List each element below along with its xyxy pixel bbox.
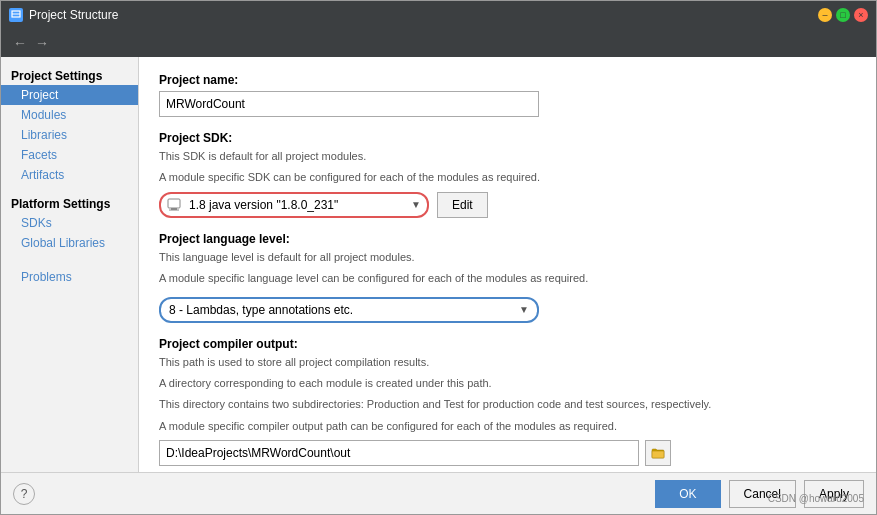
back-button[interactable]: ← xyxy=(9,33,31,53)
compiler-output-desc1: This path is used to store all project c… xyxy=(159,355,856,370)
bottom-bar: ? OK Cancel Apply CSDN @howard2005 xyxy=(1,472,876,514)
compiler-path-row xyxy=(159,440,856,466)
sdk-dropdown-wrapper: 1.8 java version "1.8.0_231" ▼ xyxy=(159,192,429,218)
app-icon xyxy=(9,8,23,22)
content-area: Project Settings Project Modules Librari… xyxy=(1,57,876,472)
project-language-level-section: Project language level: This language le… xyxy=(159,232,856,323)
sidebar-item-facets[interactable]: Facets xyxy=(1,145,138,165)
close-button[interactable]: × xyxy=(854,8,868,22)
project-language-level-label: Project language level: xyxy=(159,232,856,246)
edit-sdk-button[interactable]: Edit xyxy=(437,192,488,218)
compiler-output-desc4: A module specific compiler output path c… xyxy=(159,419,856,434)
sidebar-item-modules[interactable]: Modules xyxy=(1,105,138,125)
language-level-dropdown[interactable]: 8 - Lambdas, type annotations etc. xyxy=(159,297,539,323)
folder-icon xyxy=(651,447,665,459)
project-sdk-desc2: A module specific SDK can be configured … xyxy=(159,170,856,185)
sdk-dropdown[interactable]: 1.8 java version "1.8.0_231" xyxy=(159,192,429,218)
language-level-desc1: This language level is default for all p… xyxy=(159,250,856,265)
sidebar-item-libraries[interactable]: Libraries xyxy=(1,125,138,145)
project-sdk-section: Project SDK: This SDK is default for all… xyxy=(159,131,856,218)
watermark: CSDN @howard2005 xyxy=(768,493,864,504)
sidebar: Project Settings Project Modules Librari… xyxy=(1,57,139,472)
sidebar-item-artifacts[interactable]: Artifacts xyxy=(1,165,138,185)
compiler-output-desc2: A directory corresponding to each module… xyxy=(159,376,856,391)
sidebar-item-sdks[interactable]: SDKs xyxy=(1,213,138,233)
project-name-label: Project name: xyxy=(159,73,856,87)
project-sdk-desc1: This SDK is default for all project modu… xyxy=(159,149,856,164)
project-sdk-label: Project SDK: xyxy=(159,131,856,145)
project-name-input[interactable] xyxy=(159,91,539,117)
compiler-output-path-input[interactable] xyxy=(159,440,639,466)
project-compiler-output-section: Project compiler output: This path is us… xyxy=(159,337,856,467)
nav-bar: ← → xyxy=(1,29,876,57)
sidebar-item-problems[interactable]: Problems xyxy=(1,267,138,287)
sdk-row: 1.8 java version "1.8.0_231" ▼ Edit xyxy=(159,192,856,218)
svg-rect-5 xyxy=(652,451,664,458)
sidebar-item-global-libraries[interactable]: Global Libraries xyxy=(1,233,138,253)
browse-folder-button[interactable] xyxy=(645,440,671,466)
language-level-desc2: A module specific language level can be … xyxy=(159,271,856,286)
svg-rect-2 xyxy=(168,199,180,208)
forward-button[interactable]: → xyxy=(31,33,53,53)
project-settings-label: Project Settings xyxy=(1,65,138,85)
ok-button[interactable]: OK xyxy=(655,480,720,508)
window-controls: – □ × xyxy=(818,8,868,22)
main-panel: Project name: Project SDK: This SDK is d… xyxy=(139,57,876,472)
compiler-output-label: Project compiler output: xyxy=(159,337,856,351)
maximize-button[interactable]: □ xyxy=(836,8,850,22)
project-name-section: Project name: xyxy=(159,73,856,117)
compiler-output-desc3: This directory contains two subdirectori… xyxy=(159,397,856,412)
help-button[interactable]: ? xyxy=(13,483,35,505)
dialog-title: Project Structure xyxy=(29,8,818,22)
platform-settings-label: Platform Settings xyxy=(1,193,138,213)
sidebar-item-project[interactable]: Project xyxy=(1,85,138,105)
minimize-button[interactable]: – xyxy=(818,8,832,22)
lang-dropdown-wrapper: 8 - Lambdas, type annotations etc. ▼ xyxy=(159,297,539,323)
title-bar: Project Structure – □ × xyxy=(1,1,876,29)
sdk-icon xyxy=(167,198,181,212)
